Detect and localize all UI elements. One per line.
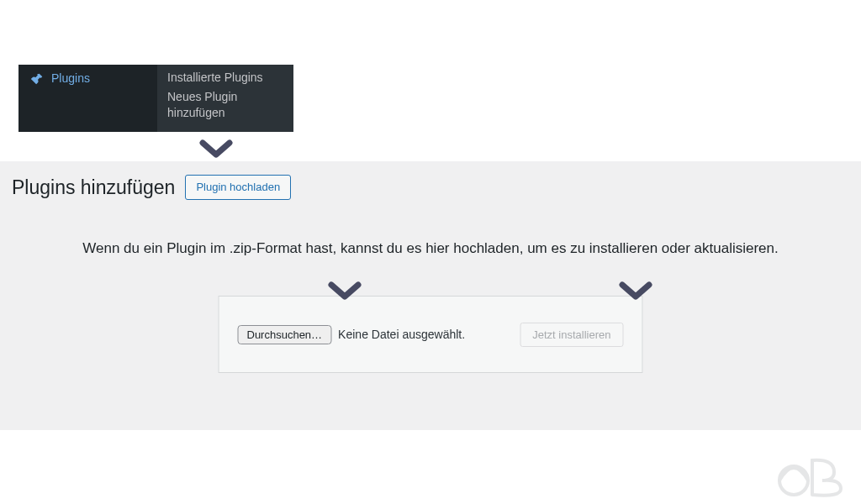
submenu-add-new-plugin[interactable]: Neues Plugin hinzufügen (167, 89, 283, 121)
submenu-installed-plugins[interactable]: Installierte Plugins (167, 70, 283, 86)
admin-menu-item-plugins[interactable]: Plugins (18, 65, 157, 132)
admin-menu-fragment: Plugins Installierte Plugins Neues Plugi… (18, 65, 293, 132)
admin-menu-label: Plugins (51, 71, 90, 85)
admin-submenu: Installierte Plugins Neues Plugin hinzuf… (157, 65, 293, 132)
watermark-logo (775, 457, 849, 499)
plug-icon (29, 71, 45, 87)
install-now-button[interactable]: Jetzt installieren (520, 323, 623, 347)
upload-instruction: Wenn du ein Plugin im .zip-Format hast, … (0, 240, 861, 257)
svg-point-0 (779, 466, 808, 495)
file-status-text: Keine Datei ausgewählt. (338, 328, 465, 341)
upload-panel: Durchsuchen… Keine Datei ausgewählt. Jet… (219, 296, 643, 373)
chevron-down-icon (198, 138, 235, 161)
content-area: Plugins hinzufügen Plugin hochladen Wenn… (0, 161, 861, 430)
page-header: Plugins hinzufügen Plugin hochladen (12, 175, 291, 200)
page-title: Plugins hinzufügen (12, 176, 175, 199)
upload-plugin-button[interactable]: Plugin hochladen (185, 175, 291, 200)
browse-button[interactable]: Durchsuchen… (238, 325, 332, 344)
